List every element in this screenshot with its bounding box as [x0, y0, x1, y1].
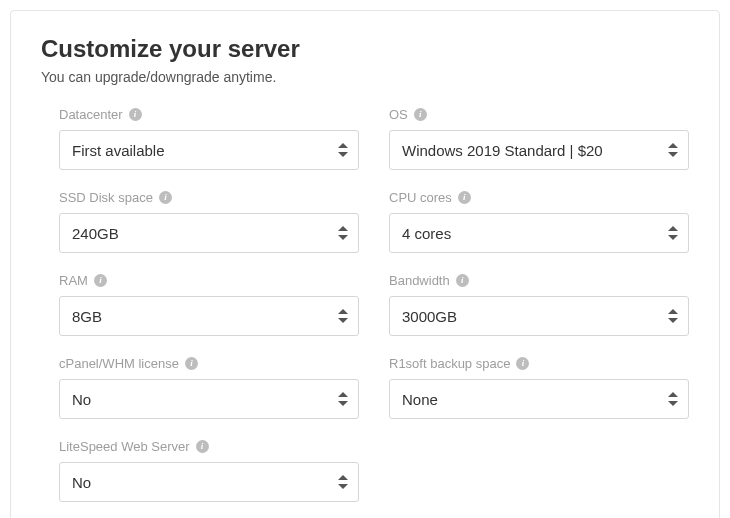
select-value: First available	[72, 142, 165, 159]
info-icon[interactable]: i	[458, 191, 471, 204]
field-litespeed: LiteSpeed Web Server i No	[59, 439, 359, 502]
label-row: cPanel/WHM license i	[59, 356, 359, 371]
field-cpanel: cPanel/WHM license i No	[59, 356, 359, 419]
page-title: Customize your server	[41, 35, 689, 63]
info-icon[interactable]: i	[129, 108, 142, 121]
select-value: 240GB	[72, 225, 119, 242]
sort-icon	[338, 309, 348, 323]
label-row: LiteSpeed Web Server i	[59, 439, 359, 454]
field-bandwidth: Bandwidth i 3000GB	[389, 273, 689, 336]
bandwidth-label: Bandwidth	[389, 273, 450, 288]
field-backup: R1soft backup space i None	[389, 356, 689, 419]
backup-select[interactable]: None	[389, 379, 689, 419]
label-row: Datacenter i	[59, 107, 359, 122]
sort-icon	[668, 143, 678, 157]
sort-icon	[668, 309, 678, 323]
disk-select[interactable]: 240GB	[59, 213, 359, 253]
os-label: OS	[389, 107, 408, 122]
bandwidth-select[interactable]: 3000GB	[389, 296, 689, 336]
label-row: RAM i	[59, 273, 359, 288]
label-row: SSD Disk space i	[59, 190, 359, 205]
info-icon[interactable]: i	[159, 191, 172, 204]
label-row: OS i	[389, 107, 689, 122]
label-row: CPU cores i	[389, 190, 689, 205]
select-value: None	[402, 391, 438, 408]
select-value: No	[72, 391, 91, 408]
customize-server-panel: Customize your server You can upgrade/do…	[10, 10, 720, 518]
cpu-label: CPU cores	[389, 190, 452, 205]
backup-label: R1soft backup space	[389, 356, 510, 371]
cpanel-label: cPanel/WHM license	[59, 356, 179, 371]
cpanel-select[interactable]: No	[59, 379, 359, 419]
select-value: 4 cores	[402, 225, 451, 242]
ram-label: RAM	[59, 273, 88, 288]
litespeed-select[interactable]: No	[59, 462, 359, 502]
disk-label: SSD Disk space	[59, 190, 153, 205]
info-icon[interactable]: i	[414, 108, 427, 121]
field-cpu: CPU cores i 4 cores	[389, 190, 689, 253]
info-icon[interactable]: i	[516, 357, 529, 370]
select-value: No	[72, 474, 91, 491]
sort-icon	[668, 226, 678, 240]
info-icon[interactable]: i	[94, 274, 107, 287]
datacenter-select[interactable]: First available	[59, 130, 359, 170]
select-value: Windows 2019 Standard | $20	[402, 142, 603, 159]
field-os: OS i Windows 2019 Standard | $20	[389, 107, 689, 170]
sort-icon	[338, 475, 348, 489]
page-subtitle: You can upgrade/downgrade anytime.	[41, 69, 689, 85]
cpu-select[interactable]: 4 cores	[389, 213, 689, 253]
select-value: 8GB	[72, 308, 102, 325]
select-value: 3000GB	[402, 308, 457, 325]
field-ram: RAM i 8GB	[59, 273, 359, 336]
info-icon[interactable]: i	[185, 357, 198, 370]
label-row: R1soft backup space i	[389, 356, 689, 371]
sort-icon	[338, 392, 348, 406]
options-grid: Datacenter i First available OS i Window…	[41, 107, 689, 502]
field-disk: SSD Disk space i 240GB	[59, 190, 359, 253]
info-icon[interactable]: i	[456, 274, 469, 287]
datacenter-label: Datacenter	[59, 107, 123, 122]
sort-icon	[668, 392, 678, 406]
litespeed-label: LiteSpeed Web Server	[59, 439, 190, 454]
field-datacenter: Datacenter i First available	[59, 107, 359, 170]
sort-icon	[338, 143, 348, 157]
info-icon[interactable]: i	[196, 440, 209, 453]
label-row: Bandwidth i	[389, 273, 689, 288]
sort-icon	[338, 226, 348, 240]
ram-select[interactable]: 8GB	[59, 296, 359, 336]
os-select[interactable]: Windows 2019 Standard | $20	[389, 130, 689, 170]
